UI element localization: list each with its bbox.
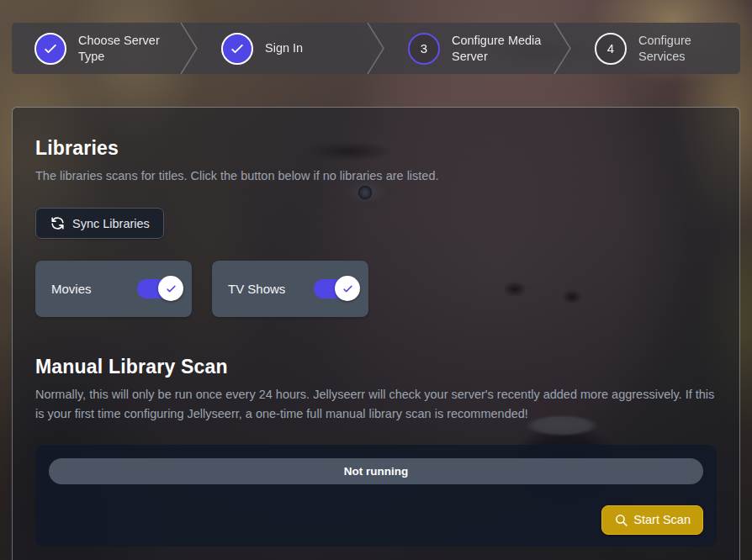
check-icon bbox=[42, 40, 59, 57]
step-separator bbox=[180, 23, 199, 74]
check-icon bbox=[165, 283, 177, 295]
step-3-current-badge: 3 bbox=[408, 33, 440, 65]
movies-toggle[interactable] bbox=[137, 279, 177, 298]
chevron-right-icon bbox=[180, 23, 199, 74]
library-cards: Movies TV Shows bbox=[35, 261, 717, 317]
library-card-movies: Movies bbox=[35, 261, 192, 317]
manual-scan-title: Manual Library Scan bbox=[35, 356, 717, 378]
chevron-right-icon bbox=[553, 23, 572, 74]
step-3-number: 3 bbox=[421, 41, 427, 55]
library-card-tv-shows: TV Shows bbox=[212, 261, 368, 317]
magnifying-glass-icon bbox=[614, 513, 628, 527]
check-icon bbox=[342, 283, 354, 295]
library-label-tv-shows: TV Shows bbox=[228, 282, 285, 296]
step-1-complete-badge bbox=[34, 33, 66, 65]
refresh-arrows-icon bbox=[50, 215, 66, 231]
step-4-number: 4 bbox=[607, 41, 614, 55]
check-icon bbox=[229, 40, 246, 57]
step-configure-media-server: 3 Configure Media Server bbox=[385, 23, 553, 74]
scan-progress-bar: Not running bbox=[49, 458, 703, 484]
toggle-knob bbox=[158, 276, 183, 301]
scan-actions: Start Scan bbox=[49, 505, 703, 535]
step-1-label: Choose Server Type bbox=[78, 33, 166, 65]
library-label-movies: Movies bbox=[51, 282, 92, 296]
step-4-upcoming-badge: 4 bbox=[595, 33, 627, 65]
step-2-label: Sign In bbox=[265, 40, 303, 56]
libraries-description: The libraries scans for titles. Click th… bbox=[35, 166, 717, 186]
step-separator bbox=[553, 23, 572, 74]
step-configure-services: 4 Configure Services bbox=[572, 23, 740, 74]
step-sign-in: Sign In bbox=[199, 23, 367, 74]
tv-shows-toggle[interactable] bbox=[314, 279, 353, 298]
setup-page: Choose Server Type Sign In 3 Conf bbox=[0, 0, 752, 560]
start-scan-label: Start Scan bbox=[633, 513, 691, 526]
toggle-knob bbox=[335, 276, 360, 301]
scan-status-container: Not running Start Scan bbox=[35, 445, 717, 547]
configure-media-server-panel: Libraries The libraries scans for titles… bbox=[12, 107, 740, 560]
sync-libraries-button[interactable]: Sync Libraries bbox=[35, 208, 164, 239]
start-scan-button[interactable]: Start Scan bbox=[601, 505, 703, 535]
libraries-title: Libraries bbox=[35, 137, 717, 160]
step-separator bbox=[367, 23, 385, 74]
manual-scan-description: Normally, this will only be run once eve… bbox=[35, 385, 717, 424]
step-choose-server-type: Choose Server Type bbox=[12, 23, 180, 74]
chevron-right-icon bbox=[367, 23, 385, 74]
step-3-label: Configure Media Server bbox=[452, 33, 553, 65]
sync-libraries-label: Sync Libraries bbox=[72, 217, 150, 230]
step-2-complete-badge bbox=[221, 33, 253, 65]
setup-stepper: Choose Server Type Sign In 3 Conf bbox=[12, 23, 740, 74]
step-4-label: Configure Services bbox=[638, 33, 712, 65]
scan-status-text: Not running bbox=[344, 465, 408, 478]
